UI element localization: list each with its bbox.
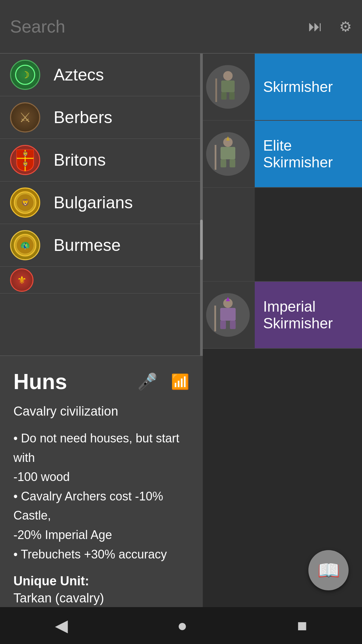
civ-name-bulgarians: Bulgarians xyxy=(54,193,133,212)
phone-icon[interactable]: 📶 xyxy=(171,373,189,390)
book-icon: 📖 xyxy=(317,560,340,581)
detail-header: Huns 🎤 📶 xyxy=(13,369,189,394)
toolbar-icons: ⏭ ⚙ xyxy=(308,18,352,35)
unit-card-elite-skirmisher[interactable]: Elite Skirmisher xyxy=(201,121,362,188)
unit-label-empty xyxy=(255,188,362,281)
svg-rect-22 xyxy=(220,308,236,321)
civ-icon-britons: 🦁 🦁 xyxy=(10,145,40,175)
svg-rect-23 xyxy=(220,321,226,329)
civ-list: Aztecs ⚔ Berbers 🦁 🦁 Britons xyxy=(0,54,203,293)
skirmisher-figure xyxy=(209,68,246,105)
svg-rect-13 xyxy=(229,92,235,100)
search-input[interactable] xyxy=(10,16,308,37)
detail-title: Huns xyxy=(13,369,67,394)
svg-text:🦁: 🦁 xyxy=(22,161,28,167)
nav-home-button[interactable]: ● xyxy=(164,611,201,640)
unit-image-skirmisher xyxy=(206,65,250,109)
list-item[interactable]: 🦁 🦁 Britons xyxy=(0,139,203,181)
list-item[interactable]: Aztecs xyxy=(0,54,203,96)
svg-rect-16 xyxy=(221,147,235,159)
civ-name-berbers: Berbers xyxy=(54,108,112,127)
bulgarians-coin-svg: 🦁 xyxy=(13,191,37,214)
unit-label-text-imperial-skirmisher: Imperial Skirmisher xyxy=(263,298,333,332)
elite-skirmisher-figure xyxy=(209,136,246,172)
list-item[interactable]: 🦁 Bulgarians xyxy=(0,181,203,224)
unique-unit-section: Unique Unit: Tarkan (cavalry) xyxy=(13,574,189,605)
unit-label-text-elite-skirmisher: Elite Skirmisher xyxy=(263,137,354,171)
svg-rect-11 xyxy=(221,80,235,92)
unit-image-imperial-skirmisher xyxy=(206,293,250,337)
civ-icon-aztecs xyxy=(10,60,40,90)
fast-forward-icon[interactable]: ⏭ xyxy=(308,18,322,35)
toolbar: ⏭ ⚙ xyxy=(0,0,362,54)
nav-bar: ◀ ● ■ xyxy=(0,607,362,644)
civ-icon-berbers: ⚔ xyxy=(10,102,40,132)
svg-text:🦚: 🦚 xyxy=(20,240,30,250)
unique-unit-label: Unique Unit: xyxy=(13,574,189,588)
nav-recent-button[interactable]: ■ xyxy=(284,611,320,640)
civ-icon-partial: ⚜ xyxy=(10,268,34,292)
burmese-coin-svg: 🦚 xyxy=(13,233,37,257)
list-item[interactable]: ⚜ xyxy=(0,267,203,293)
svg-rect-24 xyxy=(230,321,236,329)
unit-thumbnail-imperial-skirmisher xyxy=(201,282,255,348)
settings-icon[interactable]: ⚙ xyxy=(339,18,352,35)
list-item[interactable]: 🦚 Burmese xyxy=(0,224,203,267)
nav-back-button[interactable]: ◀ xyxy=(42,611,81,640)
fab-book-button[interactable]: 📖 xyxy=(308,550,349,590)
svg-rect-12 xyxy=(221,92,227,100)
svg-rect-17 xyxy=(221,159,226,167)
unit-image-elite-skirmisher xyxy=(206,132,250,176)
imperial-skirmisher-figure xyxy=(209,297,246,333)
unit-label-imperial-skirmisher: Imperial Skirmisher xyxy=(255,282,362,348)
list-item[interactable]: ⚔ Berbers xyxy=(0,96,203,139)
unit-card-empty xyxy=(201,188,362,282)
unit-label-skirmisher: Skirmisher xyxy=(255,54,362,120)
civ-name-burmese: Burmese xyxy=(54,235,121,255)
civ-name-aztecs: Aztecs xyxy=(54,65,104,85)
right-content-panel: Skirmisher Elite Skirmisher xyxy=(201,54,362,607)
unit-label-text-skirmisher: Skirmisher xyxy=(263,78,333,95)
unit-card-imperial-skirmisher[interactable]: Imperial Skirmisher xyxy=(201,282,362,349)
civ-icon-bulgarians: 🦁 xyxy=(10,187,40,218)
unit-card-skirmisher[interactable]: Skirmisher xyxy=(201,54,362,121)
partial-symbol: ⚜ xyxy=(17,274,27,286)
svg-point-10 xyxy=(223,71,233,80)
microphone-icon[interactable]: 🎤 xyxy=(137,372,158,391)
unit-thumbnail-elite-skirmisher xyxy=(201,121,255,187)
civ-name-britons: Britons xyxy=(54,150,106,170)
svg-text:🦁: 🦁 xyxy=(21,199,29,207)
unit-label-elite-skirmisher: Elite Skirmisher xyxy=(255,121,362,187)
civ-icon-burmese: 🦚 xyxy=(10,230,40,260)
britons-shield-svg: 🦁 🦁 xyxy=(15,148,35,172)
svg-rect-18 xyxy=(230,159,235,167)
detail-bullets: • Do not need houses, but start with -10… xyxy=(13,429,189,564)
detail-subtitle: Cavalry civilization xyxy=(13,404,189,419)
svg-text:🦁: 🦁 xyxy=(22,151,28,157)
scroll-thumb xyxy=(200,220,203,260)
detail-header-icons: 🎤 📶 xyxy=(137,372,189,391)
detail-panel: Huns 🎤 📶 Cavalry civilization • Do not n… xyxy=(0,356,203,607)
berbers-symbol: ⚔ xyxy=(19,110,31,125)
unique-unit-value: Tarkan (cavalry) xyxy=(13,591,189,605)
unit-thumbnail-empty xyxy=(201,188,255,281)
unit-thumbnail-skirmisher xyxy=(201,54,255,120)
